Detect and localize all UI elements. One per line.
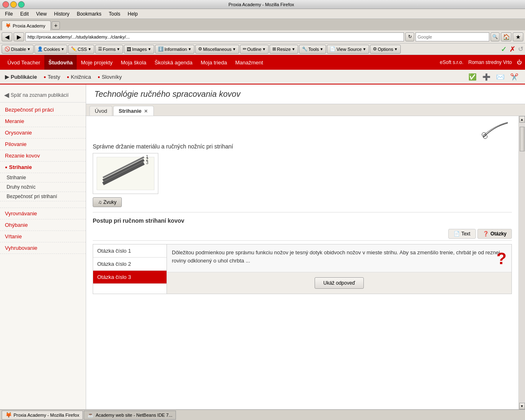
question-text: Dôležitou podmienkou pre správnu funkciu… — [172, 249, 507, 265]
sidebar-item-strihanie[interactable]: ● Strihanie — [0, 162, 86, 173]
section-divider — [93, 212, 512, 212]
firefox-icon: 🦊 — [5, 412, 12, 418]
sound-icon: ♫ — [98, 199, 102, 205]
sidebar-subitem-strihanie[interactable]: Strihanie — [0, 173, 86, 183]
dev-ok-icon[interactable]: ✓ — [501, 45, 507, 54]
sidebar-item-vyhrubovanie[interactable]: Vyhrubovanie — [0, 242, 86, 254]
reload-button[interactable]: ↻ — [405, 32, 414, 41]
window-controls[interactable] — [2, 1, 25, 8]
question-item-2[interactable]: Otázka číslo 2 — [93, 258, 167, 271]
nav-studovna[interactable]: Študovňa — [44, 55, 77, 70]
close-button[interactable] — [2, 1, 9, 8]
postup-title: Postup pri ručnom strihaní kovov — [93, 217, 512, 224]
sidebar-item-ohybanie[interactable]: Ohýbanie — [0, 219, 86, 231]
browser-tab-active[interactable]: 🦊 Proxia Academy — [2, 21, 51, 30]
check-icon[interactable]: ✅ — [467, 71, 478, 82]
scroll-up-button[interactable]: ▲ — [519, 116, 525, 123]
tab-uvod[interactable]: Úvod — [89, 106, 112, 116]
nav-manazment[interactable]: Manažment — [231, 55, 267, 70]
tab-label: Proxia Academy — [13, 23, 45, 28]
power-icon[interactable]: ⏻ — [517, 59, 522, 65]
nav-moja-trieda[interactable]: Moja trieda — [196, 55, 231, 70]
dev-close-icon[interactable]: ✗ — [509, 45, 516, 54]
nav-moje-projekty[interactable]: Moje projekty — [77, 55, 116, 70]
dev-options-btn[interactable]: ⚙ Options ▼ — [370, 45, 401, 54]
answer-area: Ukáž odpoveď — [167, 272, 511, 294]
address-input[interactable] — [25, 32, 404, 41]
subnav-testy[interactable]: ● Testy — [43, 74, 60, 80]
tab-close-icon[interactable]: ✕ — [143, 109, 148, 114]
sidebar-item-orysovanie[interactable]: Orysovanie — [0, 127, 86, 139]
scrollbar-track[interactable] — [519, 123, 525, 403]
subnav-slovniky[interactable]: ● Slovníky — [98, 74, 122, 80]
app-nav: Úvod Teacher Študovňa Moje projekty Moja… — [0, 55, 525, 70]
minimize-button[interactable] — [10, 1, 17, 8]
dev-outline-btn[interactable]: ✏ Outline ▼ — [240, 45, 269, 54]
menu-file[interactable]: File — [2, 10, 16, 18]
nav-moja-skola[interactable]: Moja škola — [117, 55, 151, 70]
dev-reload-icon[interactable]: ↺ — [518, 45, 523, 53]
dev-viewsource-btn[interactable]: 📄 View Source ▼ — [327, 45, 369, 54]
sidebar-item-pilovanie[interactable]: Pilovanie — [0, 139, 86, 150]
dev-images-btn[interactable]: 🖼 Images ▼ — [124, 45, 154, 54]
sidebar-subitem-druhy[interactable]: Druhy nožníc — [0, 183, 86, 192]
sidebar-item-rezanie[interactable]: Rezanie kovov — [0, 150, 86, 162]
email-icon[interactable]: ✉️ — [495, 71, 506, 82]
content-scroll: Správne držanie materiálu a ručných nožn… — [86, 116, 518, 409]
search-button[interactable]: 🔍 — [491, 32, 500, 41]
dev-tools-btn[interactable]: 🔧 Tools ▼ — [299, 45, 326, 54]
nav-uvod-teacher[interactable]: Úvod Teacher — [3, 55, 44, 70]
scrollbar-thumb[interactable] — [520, 127, 525, 151]
dev-forms-btn[interactable]: ☰ Forms ▼ — [95, 45, 123, 54]
zvuky-button[interactable]: ♫ Zvuky — [93, 197, 122, 207]
status-firefox[interactable]: 🦊 Proxia Academy - Mozilla Firefox — [2, 411, 83, 420]
dev-disable-btn[interactable]: 🚫 Disable ▼ — [2, 45, 34, 54]
scroll-down-button[interactable]: ▼ — [519, 403, 525, 409]
share-icon[interactable]: ✂️ — [509, 71, 520, 82]
sidebar-item-bezpecnost[interactable]: Bezpečnosť pri práci — [0, 104, 86, 116]
menu-view[interactable]: View — [33, 10, 50, 18]
main-layout: ◀ Späť na zoznam publikácií Bezpečnosť p… — [0, 84, 525, 409]
netbeans-icon: ☕ — [87, 412, 94, 418]
sidebar-item-meranie[interactable]: Meranie — [0, 116, 86, 127]
window-title: Proxia Academy - Mozilla Firefox — [25, 2, 498, 7]
otazky-button[interactable]: ❓ Otázky — [477, 229, 512, 239]
forward-nav-button[interactable]: ▶ — [14, 32, 24, 41]
dev-misc-btn[interactable]: ⚙ Miscellaneous ▼ — [195, 45, 239, 54]
question-item-3[interactable]: Otázka číslo 3 — [93, 271, 167, 284]
scissors-section-title: Správne držanie materiálu a ručných nožn… — [93, 143, 512, 150]
question-item-1[interactable]: Otázka číslo 1 — [93, 244, 167, 258]
sidebar-subitem-bezpecnost-strihanie[interactable]: Bezpečnosť pri strihaní — [0, 192, 86, 201]
text-button[interactable]: 📄 Text — [448, 229, 476, 239]
sub-nav: ▶ Publikácie ● Testy ● Knižnica ● Slovní… — [0, 70, 525, 84]
bookmark-button[interactable]: ★ — [513, 32, 523, 41]
status-netbeans[interactable]: ☕ Academy web site - NetBeans IDE 7... — [84, 411, 176, 420]
menu-bookmarks[interactable]: Bookmarks — [73, 10, 105, 18]
dev-information-btn[interactable]: ℹ️ Information ▼ — [155, 45, 194, 54]
back-nav-button[interactable]: ◀ — [2, 32, 12, 41]
sidebar-item-vyrovnavanie[interactable]: Vyrovnávanie — [0, 208, 86, 219]
menu-history[interactable]: History — [51, 10, 73, 18]
home-button[interactable]: 🏠 — [501, 32, 511, 41]
show-answer-button[interactable]: Ukáž odpoveď — [315, 277, 363, 289]
subnav-publikacie[interactable]: ▶ Publikácie — [5, 74, 37, 80]
back-to-list-button[interactable]: ◀ Späť na zoznam publikácií — [0, 88, 86, 103]
company-name: eSoft s.r.o. — [440, 59, 463, 65]
subnav-kniznica[interactable]: ● Knižnica — [67, 74, 91, 80]
dev-css-btn[interactable]: ✏️ CSS ▼ — [68, 45, 94, 54]
browser-tab-bar: 🦊 Proxia Academy + — [0, 19, 525, 30]
text-doc-icon: 📄 — [454, 231, 460, 237]
menu-help[interactable]: Help — [124, 10, 141, 18]
search-input[interactable] — [415, 32, 489, 41]
menu-tools[interactable]: Tools — [105, 10, 123, 18]
new-tab-button[interactable]: + — [52, 21, 60, 30]
dev-cookies-btn[interactable]: 👤 Cookies ▼ — [34, 45, 68, 54]
maximize-button[interactable] — [18, 1, 25, 8]
dev-resize-btn[interactable]: ⊞ Resize ▼ — [269, 45, 298, 54]
menu-edit[interactable]: Edit — [17, 10, 32, 18]
add-icon[interactable]: ➕ — [481, 71, 492, 82]
sidebar-item-vrtanie[interactable]: Vŕtanie — [0, 231, 86, 242]
tab-favicon: 🦊 — [5, 23, 11, 28]
tab-strihanie[interactable]: Strihanie ✕ — [113, 106, 153, 116]
nav-skolska-agenda[interactable]: Školská agenda — [151, 55, 197, 70]
